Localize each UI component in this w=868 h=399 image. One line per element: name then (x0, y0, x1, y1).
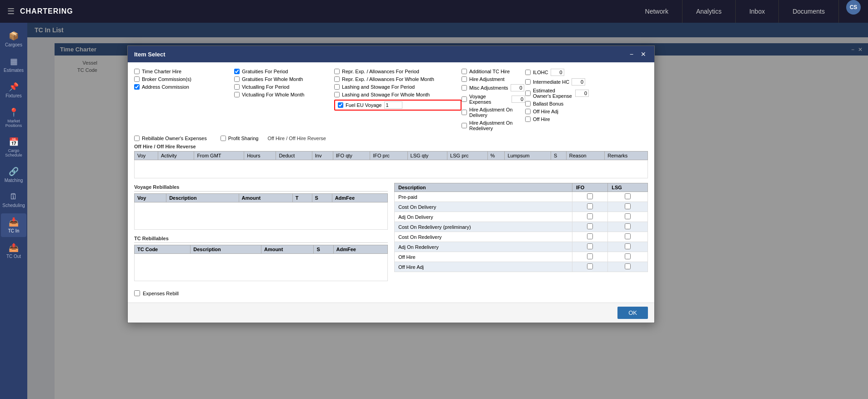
checkbox-additional-tc-hire: Additional TC Hire (462, 69, 525, 74)
cost-delivery-ifo-checkbox[interactable] (587, 203, 593, 209)
voyage-expenses-value[interactable] (512, 96, 525, 103)
off-hire-adj-label: Off Hire Adj (533, 109, 558, 114)
nav-inbox[interactable]: Inbox (736, 0, 779, 23)
sidebar-item-cargoes[interactable]: 📦 Cargoes (1, 27, 26, 51)
lashing-period-checkbox[interactable] (334, 84, 340, 90)
nav-documents[interactable]: Documents (779, 0, 839, 23)
sidebar-item-scheduling[interactable]: 🗓 Scheduling (1, 188, 26, 212)
repr-exp-period-checkbox[interactable] (334, 69, 340, 74)
rebill-off-hire-lsg (608, 252, 648, 262)
col-inv: Inv (312, 152, 333, 160)
rebillable-owners-checkbox[interactable] (134, 136, 140, 141)
sidebar: 📦 Cargoes ▦ Estimates 📌 Fixtures 📍 Marke… (0, 23, 27, 399)
estimates-icon: ▦ (10, 56, 18, 66)
adj-delivery-ifo-checkbox[interactable] (587, 213, 593, 219)
misc-adjustments-checkbox[interactable] (462, 85, 467, 91)
scheduling-icon: 🗓 (10, 192, 18, 202)
checkbox-hire-adj-redelivery: Hire Adjustment On Redelivery (462, 120, 525, 131)
time-charter-hire-checkbox[interactable] (134, 69, 140, 74)
estimated-owners-expense-checkbox[interactable] (525, 91, 531, 96)
off-hire-checkbox[interactable] (525, 116, 531, 122)
cost-redelivery-prelim-ifo-checkbox[interactable] (587, 223, 593, 229)
gratuities-whole-month-checkbox[interactable] (234, 76, 240, 82)
adj-redelivery-ifo-checkbox[interactable] (587, 243, 593, 249)
sidebar-label-estimates: Estimates (4, 68, 24, 73)
modal-header-buttons: − ✕ (628, 51, 648, 58)
sidebar-item-tc-in[interactable]: 📥 TC In (1, 213, 26, 237)
sidebar-label-market-positions: Market Positions (3, 119, 25, 128)
adj-redelivery-lsg-checkbox[interactable] (625, 243, 631, 249)
checkbox-fuel-eu-voyage: Fuel EU Voyage (334, 100, 462, 111)
expenses-rebill-checkbox[interactable] (134, 290, 140, 296)
ok-button[interactable]: OK (617, 307, 648, 319)
hire-adjustment-checkbox[interactable] (462, 76, 467, 82)
address-commission-checkbox[interactable] (134, 84, 140, 90)
additional-tc-hire-checkbox[interactable] (462, 69, 467, 74)
misc-adjustments-value[interactable] (511, 84, 524, 91)
rebill-adj-redelivery-label: Adj On Redelivery (395, 242, 572, 252)
estimated-owners-expense-value[interactable] (575, 90, 589, 97)
fixtures-icon: 📌 (9, 82, 19, 92)
voyage-expenses-checkbox[interactable] (462, 96, 467, 102)
profit-sharing-checkbox[interactable] (221, 136, 226, 141)
col-lumpsum: Lumpsum (505, 152, 551, 160)
hire-adj-delivery-checkbox[interactable] (462, 110, 467, 115)
user-avatar[interactable]: CS (846, 0, 861, 15)
adj-delivery-lsg-checkbox[interactable] (625, 213, 631, 219)
ilohc-value[interactable] (551, 69, 564, 76)
ballast-bonus-checkbox[interactable] (525, 101, 531, 106)
cost-delivery-lsg-checkbox[interactable] (625, 203, 631, 209)
cost-redelivery-ifo-checkbox[interactable] (587, 233, 593, 239)
fuel-eu-voyage-value[interactable] (384, 101, 402, 109)
modal-footer: OK (128, 303, 654, 323)
ilohc-checkbox[interactable] (525, 70, 531, 75)
off-hire-adj-lsg-checkbox[interactable] (625, 263, 631, 269)
intermediate-hc-value[interactable] (572, 78, 585, 86)
intermediate-hc-checkbox[interactable] (525, 79, 531, 85)
modal-minimize-button[interactable]: − (628, 51, 635, 58)
lower-sections: Voyage Rebillables Voy Description Amoun… (134, 183, 648, 286)
checkbox-ballast-bonus: Ballast Bonus (525, 101, 589, 106)
hamburger-icon[interactable]: ☰ (7, 6, 15, 16)
sidebar-label-cargo-schedule: Cargo Schedule (3, 148, 25, 157)
checkbox-hire-adj-delivery: Hire Adjustment On Delivery (462, 107, 525, 118)
gratuities-period-checkbox[interactable] (234, 69, 240, 74)
victualling-period-checkbox[interactable] (234, 84, 240, 90)
sidebar-item-fixtures[interactable]: 📌 Fixtures (1, 78, 26, 102)
rebill-cost-redelivery-lsg (608, 232, 648, 242)
off-hire-lsg-checkbox[interactable] (625, 253, 631, 259)
broker-commissions-checkbox[interactable] (134, 76, 140, 82)
repr-exp-whole-month-checkbox[interactable] (334, 76, 340, 82)
cost-redelivery-lsg-checkbox[interactable] (625, 233, 631, 239)
nav-analytics[interactable]: Analytics (682, 0, 736, 23)
sidebar-item-cargo-schedule[interactable]: 📅 Cargo Schedule (1, 133, 26, 161)
fuel-eu-voyage-label: Fuel EU Voyage (346, 102, 382, 108)
repr-exp-period-label: Repr. Exp. / Allowances For Period (342, 69, 419, 74)
checkbox-profit-sharing: Profit Sharing (221, 136, 259, 141)
sidebar-item-matching[interactable]: 🔗 Matching (1, 163, 26, 187)
sidebar-item-estimates[interactable]: ▦ Estimates (1, 53, 26, 76)
off-hire-adj-checkbox[interactable] (525, 109, 531, 114)
prepaid-lsg-checkbox[interactable] (625, 193, 631, 199)
fuel-eu-voyage-checkbox[interactable] (338, 102, 343, 108)
off-hire-ifo-checkbox[interactable] (587, 253, 593, 259)
off-hire-adj-ifo-checkbox[interactable] (587, 263, 593, 269)
nav-network[interactable]: Network (632, 0, 682, 23)
rebill-off-hire-adj-ifo (572, 262, 607, 272)
tc-out-icon: 📤 (9, 242, 19, 253)
hire-adj-redelivery-checkbox[interactable] (462, 123, 467, 128)
sidebar-item-tc-out[interactable]: 📤 TC Out (1, 239, 26, 263)
tc-col-description: Description (191, 245, 261, 254)
lashing-whole-month-checkbox[interactable] (334, 92, 340, 97)
voy-col-description: Description (166, 194, 239, 202)
rebillable-owners-label: Rebillable Owner's Expenses (142, 136, 207, 141)
cost-redelivery-prelim-lsg-checkbox[interactable] (625, 223, 631, 229)
app-title: CHARTERING (20, 7, 73, 15)
modal-close-button[interactable]: ✕ (639, 51, 648, 58)
sidebar-item-market-positions[interactable]: 📍 Market Positions (1, 104, 26, 131)
victualling-whole-month-checkbox[interactable] (234, 92, 240, 97)
voyage-expenses-label: Voyage Expenses (469, 94, 509, 105)
col-from-gmt: From GMT (194, 152, 244, 160)
checkbox-ilohc: ILOHC (525, 69, 589, 76)
prepaid-ifo-checkbox[interactable] (587, 193, 593, 199)
